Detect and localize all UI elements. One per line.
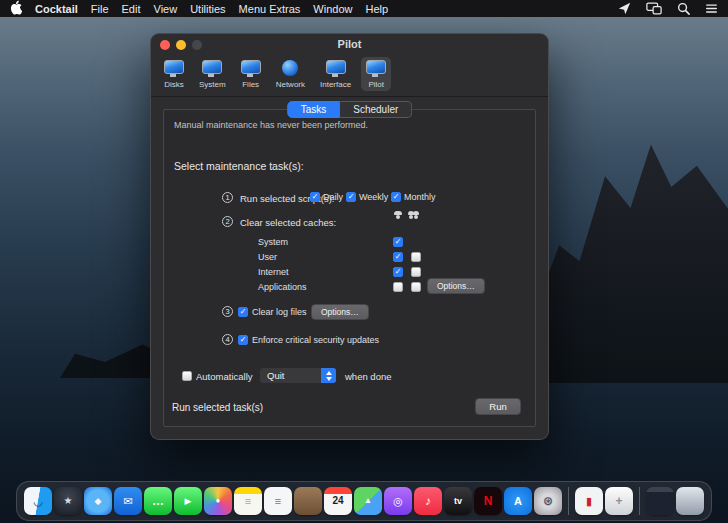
cache-row-applications-label: Applications <box>258 282 307 292</box>
tab-content-box: Tasks Scheduler Manual maintenance has n… <box>163 109 536 427</box>
menu-item-help[interactable]: Help <box>365 3 388 15</box>
menu-item-window[interactable]: Window <box>313 3 352 15</box>
dock-finder[interactable]: ◡ <box>24 487 52 515</box>
title-bar: Pilot <box>151 34 548 54</box>
display-icon <box>366 60 386 74</box>
menu-item-view[interactable]: View <box>154 3 178 15</box>
display-icon <box>164 60 184 74</box>
dock: ◡★◆✉…▶●≡≡24▲◎♪tvNA⊛▮+ <box>16 481 712 521</box>
dock-launchpad[interactable]: ★ <box>54 487 82 515</box>
menu-item-utilities[interactable]: Utilities <box>190 3 225 15</box>
task-number-4: 4 <box>222 334 233 345</box>
dock-photos[interactable]: ● <box>204 487 232 515</box>
cache-row-internet-label: Internet <box>258 267 289 277</box>
cache-internet-all-checkbox[interactable] <box>411 267 421 277</box>
dock-cocktail[interactable]: ▮ <box>575 487 603 515</box>
calendar-icon: 24 <box>332 496 343 506</box>
display-icon <box>241 60 261 74</box>
system-preferences-icon: ⊛ <box>543 495 553 507</box>
checkbox-daily-label: Daily <box>323 192 343 202</box>
tab-tasks[interactable]: Tasks <box>287 101 341 118</box>
dock-reminders[interactable]: ≡ <box>264 487 292 515</box>
tab-scheduler[interactable]: Scheduler <box>340 101 412 118</box>
search-icon[interactable] <box>677 2 690 15</box>
app-store-icon: A <box>514 496 522 507</box>
paper-plane-icon[interactable] <box>618 2 631 15</box>
globe-icon <box>282 60 298 76</box>
menu-item-menu-extras[interactable]: Menu Extras <box>239 3 301 15</box>
security-updates-checkbox[interactable] <box>238 335 248 345</box>
tab-bar: Tasks Scheduler <box>287 101 413 118</box>
dock-folder[interactable] <box>294 487 322 515</box>
utility-app-icon: + <box>615 495 622 507</box>
dock-app-store[interactable]: A <box>504 487 532 515</box>
messages-icon: … <box>152 495 164 507</box>
popup-arrows-icon <box>321 368 336 383</box>
apple-logo-icon <box>10 0 22 15</box>
toolbar-item-system[interactable]: System <box>194 57 231 91</box>
checkbox-weekly-label: Weekly <box>359 192 388 202</box>
toolbar-item-pilot[interactable]: Pilot <box>361 57 391 91</box>
toolbar-item-files[interactable]: Files <box>236 57 266 91</box>
dock-mail[interactable]: ✉ <box>114 487 142 515</box>
cache-applications-user-checkbox[interactable] <box>393 282 403 292</box>
dock-trash[interactable] <box>676 487 704 515</box>
menu-item-file[interactable]: File <box>91 3 109 15</box>
netflix-icon: N <box>484 495 493 507</box>
dock-messages[interactable]: … <box>144 487 172 515</box>
clear-logs-checkbox[interactable] <box>238 307 248 317</box>
dock-notes[interactable]: ≡ <box>234 487 262 515</box>
finder-icon: ◡ <box>34 496 42 507</box>
toolbar-item-label: Network <box>276 80 305 89</box>
cache-internet-user-checkbox[interactable] <box>393 267 403 277</box>
when-done-label: when done <box>345 371 391 382</box>
display-icon <box>326 60 346 74</box>
dock-podcasts[interactable]: ◎ <box>384 487 412 515</box>
toolbar-item-disks[interactable]: Disks <box>159 57 189 91</box>
run-button[interactable]: Run <box>475 398 521 415</box>
dock-system-preferences[interactable]: ⊛ <box>534 487 562 515</box>
dock-separator <box>639 487 640 515</box>
dock-tv[interactable]: tv <box>444 487 472 515</box>
dock-maps[interactable]: ▲ <box>354 487 382 515</box>
notes-icon: ≡ <box>245 496 251 507</box>
cache-user-all-checkbox[interactable] <box>411 252 421 262</box>
dock-netflix[interactable]: N <box>474 487 502 515</box>
safari-icon: ◆ <box>95 497 102 506</box>
cache-applications-all-checkbox[interactable] <box>411 282 421 292</box>
automatically-checkbox[interactable] <box>182 371 192 381</box>
apple-menu[interactable] <box>10 0 22 17</box>
checkbox-weekly[interactable] <box>346 192 356 202</box>
toolbar-item-label: Disks <box>164 80 184 89</box>
toolbar-item-label: System <box>199 80 226 89</box>
caches-options-button[interactable]: Options… <box>427 278 485 294</box>
maintenance-status-text: Manual maintenance has never been perfor… <box>174 120 368 130</box>
dock-music[interactable]: ♪ <box>414 487 442 515</box>
footer-label: Run selected task(s) <box>172 402 263 413</box>
checkbox-daily[interactable] <box>310 192 320 202</box>
cache-user-user-checkbox[interactable] <box>393 252 403 262</box>
toolbar-item-network[interactable]: Network <box>271 57 310 91</box>
launchpad-icon: ★ <box>64 496 73 506</box>
logs-options-button[interactable]: Options… <box>311 304 369 320</box>
checkbox-monthly[interactable] <box>391 192 401 202</box>
photos-icon: ● <box>216 497 221 505</box>
dock-window-thumbnail[interactable] <box>646 487 674 515</box>
dock-safari[interactable]: ◆ <box>84 487 112 515</box>
displays-icon[interactable] <box>646 2 662 15</box>
dock-utility-app[interactable]: + <box>605 487 633 515</box>
menu-item-edit[interactable]: Edit <box>122 3 141 15</box>
cache-system-user-checkbox[interactable] <box>393 237 403 247</box>
security-updates-label: Enforce critical security updates <box>252 335 379 345</box>
when-done-popup[interactable]: Quit <box>259 367 337 384</box>
task-number-2: 2 <box>222 216 233 227</box>
menu-bar: Cocktail File Edit View Utilities Menu E… <box>0 0 728 17</box>
menu-item-cocktail[interactable]: Cocktail <box>35 3 78 15</box>
dock-calendar[interactable]: 24 <box>324 487 352 515</box>
task-number-3: 3 <box>222 306 233 317</box>
list-icon[interactable] <box>705 3 718 14</box>
dock-facetime[interactable]: ▶ <box>174 487 202 515</box>
toolbar-item-label: Interface <box>320 80 351 89</box>
toolbar-item-label: Files <box>242 80 259 89</box>
toolbar-item-interface[interactable]: Interface <box>315 57 356 91</box>
